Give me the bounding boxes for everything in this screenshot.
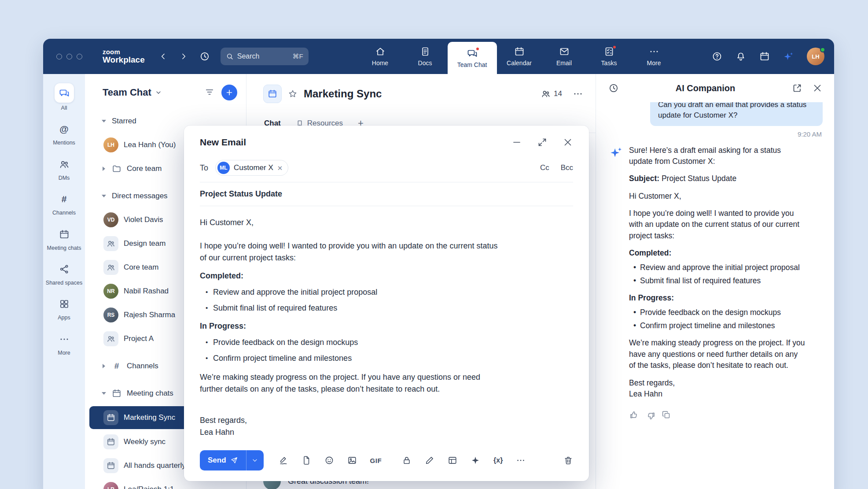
unread-badge	[475, 47, 480, 51]
nav-home[interactable]: Home	[358, 39, 403, 74]
avatar-initials: LH	[812, 53, 819, 60]
forward-icon[interactable]	[179, 52, 188, 61]
bcc-button[interactable]: Bcc	[561, 163, 573, 172]
zoom-workplace-logo: zoom Workplace	[103, 48, 145, 64]
ai-sparkle-icon[interactable]	[471, 456, 480, 465]
minimize-window-dot[interactable]	[66, 54, 72, 59]
trash-icon[interactable]	[563, 456, 573, 465]
to-label: To	[200, 163, 208, 173]
group-icon	[103, 236, 118, 251]
global-search[interactable]: ⌘F	[221, 48, 309, 65]
thumbs-down-icon[interactable]	[645, 410, 655, 419]
template-file-icon[interactable]	[302, 456, 311, 465]
notifications-icon[interactable]	[736, 51, 746, 62]
expand-icon[interactable]	[537, 137, 548, 148]
gif-button[interactable]: GIF	[370, 457, 382, 464]
ai-sparkle-icon[interactable]	[783, 51, 794, 62]
topbar: zoom Workplace ⌘F Home Docs	[43, 39, 834, 74]
variables-button[interactable]: {x}	[493, 456, 503, 464]
nav-more[interactable]: More	[632, 39, 677, 74]
brand-zoom: zoom	[103, 48, 145, 56]
history-nav	[159, 52, 188, 61]
ai-completed-list: Review and approve the initial project p…	[629, 262, 805, 287]
group-icon	[103, 331, 118, 346]
more-icon	[59, 334, 70, 345]
open-in-new-icon[interactable]	[792, 83, 802, 93]
rail-item-shared-spaces[interactable]: Shared spaces	[43, 256, 85, 291]
completed-list: Review and approve the initial project p…	[200, 286, 573, 314]
rail-item-channels[interactable]: # Channels	[43, 186, 85, 221]
fullscreen-window-dot[interactable]	[77, 54, 82, 59]
rail-item-dms[interactable]: DMs	[43, 151, 85, 186]
folder-icon	[112, 164, 121, 174]
close-icon[interactable]	[812, 83, 823, 93]
back-icon[interactable]	[159, 52, 168, 61]
ai-response-body: Sure! Here’s a draft email asking for a …	[629, 145, 805, 420]
rail-label: Mentions	[53, 140, 75, 146]
nav-tasks[interactable]: Tasks	[587, 39, 632, 74]
help-icon[interactable]	[712, 51, 722, 62]
minimize-icon[interactable]	[511, 137, 522, 148]
rail-label: Shared spaces	[46, 280, 82, 286]
ai-conversation[interactable]: Can you draft an email that provides a s…	[596, 102, 834, 489]
pencil-icon[interactable]	[425, 456, 434, 465]
cc-button[interactable]: Cc	[540, 163, 549, 172]
more-icon[interactable]	[516, 456, 526, 465]
apps-icon	[59, 299, 70, 309]
chat-list-title-menu[interactable]: Team Chat	[103, 87, 162, 98]
meeting-icon	[103, 458, 118, 473]
star-channel-button[interactable]	[288, 89, 298, 99]
rail-item-all[interactable]: All	[43, 78, 85, 116]
close-window-dot[interactable]	[56, 54, 62, 59]
member-count[interactable]: 14	[541, 89, 562, 99]
rail-item-more[interactable]: More	[43, 326, 85, 361]
message-timestamp: 9:20 AM	[610, 130, 822, 138]
window-controls	[56, 54, 82, 59]
recipient-chip[interactable]: ML Customer X ✕	[215, 160, 288, 176]
nav-label: More	[647, 59, 661, 67]
channel-more-icon[interactable]	[573, 89, 583, 99]
nav-docs[interactable]: Docs	[403, 39, 448, 74]
nav-calendar[interactable]: Calendar	[497, 39, 542, 74]
rail-item-mentions[interactable]: @ Mentions	[43, 116, 85, 151]
nav-team-chat[interactable]: Team Chat	[448, 42, 497, 74]
channel-avatar-calendar-icon	[263, 85, 282, 103]
image-icon[interactable]	[347, 456, 357, 465]
chat-list-header: Team Chat	[85, 74, 246, 107]
recents-button[interactable]	[199, 51, 210, 62]
ai-companion-sparkle-icon	[609, 146, 622, 159]
send-button[interactable]: Send	[200, 450, 246, 470]
new-chat-button[interactable]	[221, 85, 237, 100]
nav-email[interactable]: Email	[542, 39, 587, 74]
emoji-icon[interactable]	[324, 456, 334, 465]
rail-item-apps[interactable]: Apps	[43, 291, 85, 326]
copy-icon[interactable]	[662, 410, 671, 419]
home-icon	[375, 46, 386, 57]
thumbs-up-icon[interactable]	[629, 410, 638, 419]
filter-button[interactable]	[205, 87, 214, 98]
more-icon	[649, 46, 659, 57]
search-input[interactable]	[237, 52, 281, 60]
rail-item-meeting-chats[interactable]: Meeting chats	[43, 221, 85, 256]
ai-panel-title: AI Companion	[619, 83, 792, 93]
chevron-down-icon	[251, 457, 258, 464]
caret-down-icon	[102, 195, 106, 197]
layout-icon[interactable]	[448, 456, 457, 465]
search-icon	[226, 52, 234, 60]
email-body-editor[interactable]: Hi Customer X, I hope you’re doing well!…	[184, 206, 589, 443]
calendar-check-icon[interactable]	[759, 51, 770, 62]
send-options-button[interactable]	[246, 450, 264, 470]
hash-icon: #	[112, 361, 121, 371]
signature-icon[interactable]	[279, 456, 288, 465]
nav-label: Email	[556, 59, 572, 67]
calendar-icon	[112, 389, 121, 398]
caret-right-icon	[103, 167, 105, 171]
recipient-row[interactable]: To ML Customer X ✕ Cc Bcc	[200, 156, 573, 182]
user-avatar[interactable]: LH	[807, 48, 824, 65]
subject-field[interactable]: Project Status Update	[200, 182, 573, 206]
close-icon[interactable]	[563, 137, 573, 148]
ai-history-button[interactable]	[608, 83, 619, 93]
lock-icon[interactable]	[402, 456, 412, 465]
remove-recipient-icon[interactable]: ✕	[277, 165, 283, 171]
ai-inprogress-list: Provide feedback on the design mockups C…	[629, 307, 805, 332]
